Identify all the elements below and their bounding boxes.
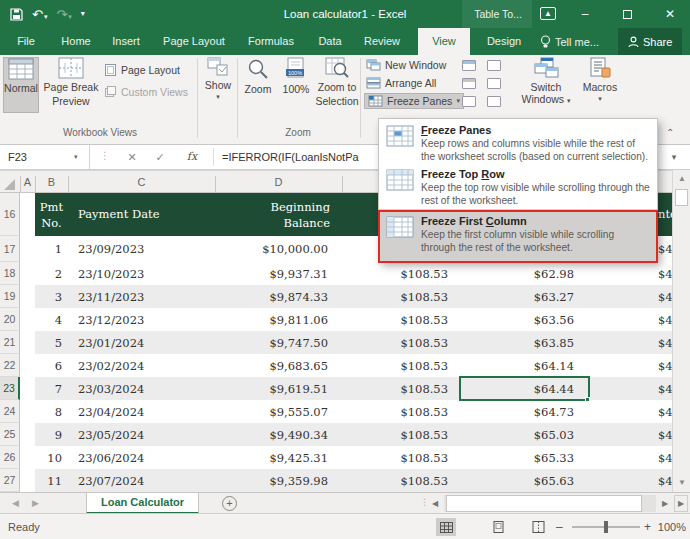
row-header-27[interactable]: 27 [0,469,20,492]
cell-pmt-no[interactable]: 5 [35,331,68,354]
cell-payment-date[interactable]: 23/01/2024 [68,331,215,354]
cell-interest-fragment[interactable]: $4 [658,308,672,331]
horizontal-scrollbar[interactable] [444,495,656,512]
page-break-status-icon[interactable] [528,518,548,536]
cell-interest-fragment[interactable]: $4 [658,423,672,446]
arrange-all-button[interactable]: Arrange All [366,77,436,89]
select-all-icon[interactable] [4,179,15,190]
menu-item-freeze-first-column[interactable]: Freeze First Column Keep the first colum… [379,209,657,261]
cell-beginning-balance[interactable]: $9,683.65 [215,354,342,377]
split-icon[interactable] [462,60,476,71]
tab-page-layout[interactable]: Page Layout [154,28,234,55]
normal-view-button[interactable]: Normal [3,57,39,113]
cell-payment-date[interactable]: 23/06/2024 [68,446,215,469]
cell-principal[interactable]: $62.98 [460,262,590,285]
scroll-down-icon[interactable]: ▼ [673,474,690,492]
cell-payment[interactable]: $108.53 [342,446,460,469]
hide-icon[interactable] [462,78,476,89]
formula-bar-grip[interactable]: ⋮ [100,150,111,161]
collapse-ribbon-icon[interactable]: ⌃ [666,127,674,138]
cell-interest-fragment[interactable]: $4 [658,285,672,308]
page-layout-status-icon[interactable] [488,518,508,536]
reset-window-position-icon[interactable] [487,96,501,107]
minimize-button[interactable]: – [570,0,600,28]
sheet-nav-right-icon[interactable]: ▶ [32,493,39,514]
unhide-icon[interactable] [462,96,476,107]
tab-formulas[interactable]: Formulas [240,28,302,55]
zoom-to-selection-button[interactable]: Zoom to Selection [316,57,358,123]
scroll-up-icon[interactable]: ▲ [673,170,690,188]
row-header-16[interactable]: 16 [0,193,20,236]
cell-beginning-balance[interactable]: $9,555.07 [215,400,342,423]
cell-payment-date[interactable]: 23/03/2024 [68,377,215,400]
cell-interest-fragment[interactable]: $4 [658,446,672,469]
new-window-button[interactable]: New Window [366,59,446,71]
header-payment-date[interactable]: Payment Date [78,207,159,223]
zoom-level[interactable]: 100% [652,514,686,539]
cancel-icon[interactable]: ✕ [122,145,142,169]
sheet-nav-left-icon[interactable]: ◀ [12,493,19,514]
switch-windows-button[interactable]: Switch Windows ▾ [520,57,572,123]
cell-payment-date[interactable]: 23/07/2024 [68,469,215,492]
tab-design[interactable]: Design [476,28,532,55]
cell-interest-fragment[interactable]: $4 [658,400,672,423]
row-header-17[interactable]: 17 [0,236,20,262]
view-side-by-side-icon[interactable] [487,60,501,71]
cell-pmt-no[interactable]: 10 [35,446,68,469]
column-header-d[interactable]: D [215,171,342,193]
contextual-tab-label[interactable]: Table To... [468,0,528,28]
header-interest-fragment[interactable]: nte [658,207,672,223]
cell-pmt-no[interactable]: 3 [35,285,68,308]
cell-principal[interactable]: $63.85 [460,331,590,354]
menu-item-freeze-panes[interactable]: Freeze Panes Keep rows and columns visib… [379,121,657,165]
tab-review[interactable]: Review [356,28,408,55]
cell-pmt-no[interactable]: 6 [35,354,68,377]
cell-principal[interactable]: $64.73 [460,400,590,423]
normal-view-status-icon[interactable] [436,518,456,536]
row-header-24[interactable]: 24 [0,400,20,423]
tab-view[interactable]: View [418,28,470,55]
cell-payment-date[interactable]: 23/12/2023 [68,308,215,331]
cell-payment[interactable]: $108.53 [342,423,460,446]
name-box-caret-icon[interactable]: ▾ [74,145,78,169]
row-header-18[interactable]: 18 [0,262,20,285]
cell-payment-date[interactable]: 23/10/2023 [68,262,215,285]
enter-icon[interactable]: ✓ [150,145,170,169]
show-button[interactable]: Show ▾ [201,57,235,123]
freeze-panes-button[interactable]: Freeze Panes ▾ [364,93,464,109]
cell-principal[interactable]: $64.14 [460,354,590,377]
column-header-b[interactable]: B [35,171,68,193]
cell-payment[interactable]: $108.53 [342,308,460,331]
cell-principal[interactable]: $65.63 [460,469,590,492]
zoom-in-icon[interactable]: + [644,514,651,539]
row-header-26[interactable]: 26 [0,446,20,469]
insert-function-icon[interactable]: fx [182,145,202,169]
hscroll-left-icon[interactable]: ◀ [428,495,442,512]
tab-insert[interactable]: Insert [104,28,148,55]
cell-payment[interactable]: $108.53 [342,331,460,354]
page-layout-view-button[interactable]: Page Layout [104,63,180,77]
new-sheet-icon[interactable]: + [222,496,237,511]
macros-button[interactable]: Macros ▾ [580,57,620,123]
menu-item-freeze-top-row[interactable]: Freeze Top Row Keep the top row visible … [379,165,657,209]
cell-principal[interactable]: $65.33 [460,446,590,469]
cell-payment[interactable]: $108.53 [342,285,460,308]
expand-formula-bar-icon[interactable]: ▾ [660,145,688,169]
row-header-25[interactable]: 25 [0,423,20,446]
cell-beginning-balance[interactable]: $9,937.31 [215,262,342,285]
row-header-19[interactable]: 19 [0,285,20,308]
cell-pmt-no[interactable]: 4 [35,308,68,331]
cell-payment-date[interactable]: 23/04/2024 [68,400,215,423]
cell-payment[interactable]: $108.53 [342,262,460,285]
cell-beginning-balance[interactable]: $9,425.31 [215,446,342,469]
cell-interest-fragment[interactable]: $4 [658,262,672,285]
cell-payment[interactable]: $108.53 [342,354,460,377]
column-header-c[interactable]: C [68,171,215,193]
cell-pmt-no[interactable]: 2 [35,262,68,285]
zoom-button[interactable]: Zoom [241,57,275,113]
cell-principal[interactable]: $63.56 [460,308,590,331]
row-header-23[interactable]: 23 [0,377,20,400]
cell-beginning-balance[interactable]: $10,000.00 [215,236,342,262]
cell-payment[interactable]: $108.53 [342,400,460,423]
horizontal-scroll-thumb[interactable] [446,495,642,512]
